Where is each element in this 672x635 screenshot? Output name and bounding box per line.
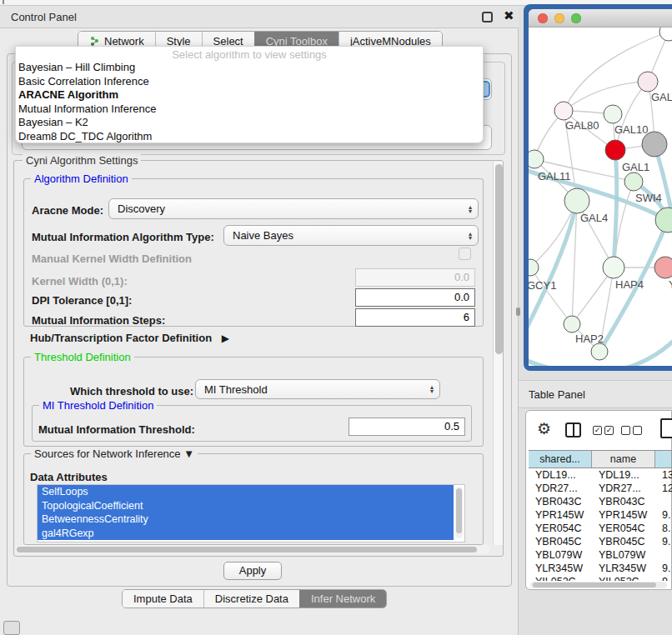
spinner-icon: ▴▾	[469, 232, 472, 240]
network-node[interactable]	[638, 72, 658, 92]
attribute-item-selfloops[interactable]: SelfLoops	[38, 485, 454, 499]
network-node[interactable]	[564, 316, 580, 332]
network-node[interactable]	[655, 208, 672, 232]
algorithm-option-aracne-algorithm[interactable]: ARACNE Algorithm	[16, 88, 483, 102]
table-row[interactable]: YPR145WYPR145W9.	[529, 508, 672, 522]
node-label-y: Y	[669, 278, 672, 291]
table-cell: 9.	[655, 562, 672, 575]
algorithm-dropdown-popup: Select algorithm to view settings Bayesi…	[15, 46, 484, 143]
manual-kernel-checkbox[interactable]	[459, 248, 471, 260]
table-cell: YBR043C	[592, 495, 655, 508]
which-threshold-select[interactable]: MI Threshold ▴▾	[195, 379, 440, 399]
node-label-swi4: SWI4	[635, 192, 662, 204]
node-label-gcy1: GCY1	[529, 279, 556, 292]
network-node[interactable]	[603, 257, 624, 278]
settings-vertical-scrollbar[interactable]	[493, 162, 503, 545]
network-node[interactable]	[605, 140, 625, 160]
hub-definition-label: Hub/Transcription Factor Definition	[30, 332, 212, 344]
network-node[interactable]	[604, 105, 622, 123]
table-row[interactable]: YDR27...YDR27...12	[529, 482, 672, 495]
select-all-icon[interactable]: ✓✓	[593, 426, 614, 435]
network-node[interactable]	[659, 28, 672, 41]
network-node[interactable]	[624, 172, 643, 191]
network-node[interactable]	[529, 150, 544, 168]
document-icon[interactable]	[660, 418, 672, 438]
expander-right-icon[interactable]: ▶	[222, 332, 229, 344]
kernel-width-field[interactable]: 0.0	[355, 268, 475, 287]
tab-discretize-data[interactable]: Discretize Data	[203, 590, 299, 608]
network-canvas[interactable]: GALGAL80GAL10GAL1GAL11SWI4GAL4GCY1HAP4YH…	[529, 28, 672, 366]
table-row[interactable]: YER054CYER054C8.	[529, 522, 672, 535]
algorithm-option-mutual-information-inference[interactable]: Mutual Information Inference	[16, 102, 483, 117]
algorithm-option-dream8-dc-tdc-algorithm[interactable]: Dream8 DC_TDC Algorithm	[16, 130, 483, 144]
attributes-list-scrollbar[interactable]	[455, 487, 463, 538]
mi-steps-field[interactable]: 6	[355, 308, 475, 327]
table-cell: YER054C	[592, 522, 655, 535]
table-row[interactable]: YIL052CYIL052C9	[529, 575, 672, 581]
network-node[interactable]	[529, 259, 539, 276]
attribute-item-betweennesscentrality[interactable]: BetweennessCentrality	[38, 512, 454, 527]
scrollbar-thumb[interactable]	[533, 582, 656, 588]
tab-impute-data[interactable]: Impute Data	[123, 590, 203, 608]
minimize-traffic-light[interactable]	[554, 13, 564, 23]
column-header-name[interactable]: name	[592, 451, 655, 468]
deselect-all-icon[interactable]	[621, 426, 642, 435]
table-row[interactable]: YBL079WYBL079W	[529, 548, 672, 562]
mi-threshold-field[interactable]: 0.5	[349, 418, 465, 436]
network-edge	[564, 82, 648, 111]
close-icon[interactable]: ✖	[504, 8, 514, 23]
kernel-width-label: Kernel Width (0,1):	[32, 275, 128, 288]
mi-type-select[interactable]: Naive Bayes ▴▾	[223, 225, 479, 246]
algorithm-list: Bayesian – Hill ClimbingBasic Correlatio…	[16, 61, 483, 143]
columns-icon[interactable]	[565, 422, 581, 438]
table-cell	[655, 548, 672, 562]
algorithm-option-bayesian-k2[interactable]: Bayesian – K2	[16, 116, 483, 130]
float-panel-icon[interactable]	[482, 12, 493, 22]
data-attributes-list[interactable]: SelfLoopsTopologicalCoefficientBetweenne…	[37, 484, 465, 542]
aracne-mode-select[interactable]: Discovery ▴▾	[108, 198, 479, 219]
scrollbar-thumb[interactable]	[456, 488, 462, 533]
dpi-tolerance-field[interactable]: 0.0	[355, 288, 475, 307]
minimized-panel-icon[interactable]	[3, 621, 20, 635]
settings-horizontal-scrollbar[interactable]	[15, 545, 490, 554]
table-row[interactable]: YDL19...YDL19...13	[529, 468, 672, 482]
panel-divider-handle[interactable]	[516, 308, 520, 316]
table-cell: YLR345W	[529, 562, 592, 575]
column-header-clipped[interactable]	[655, 451, 672, 468]
table-row[interactable]: YBR045CYBR045C9.	[529, 535, 672, 548]
which-threshold-label: Which threshold to use:	[70, 385, 193, 398]
attribute-item-topologicalcoefficient[interactable]: TopologicalCoefficient	[38, 499, 454, 513]
table-cell: 8.	[655, 522, 672, 535]
close-traffic-light[interactable]	[538, 13, 548, 23]
gear-icon[interactable]: ⚙	[537, 419, 551, 438]
network-node[interactable]	[554, 102, 573, 120]
table-row[interactable]: YBR043CYBR043C	[529, 495, 672, 508]
network-window-titlebar[interactable]	[529, 9, 672, 28]
network-node[interactable]	[654, 257, 672, 278]
data-attributes-label: Data Attributes	[30, 471, 108, 483]
tab-infer-network[interactable]: Infer Network	[299, 590, 386, 608]
which-threshold-value: MI Threshold	[204, 383, 268, 396]
table-panel-titlebar: Table Panel	[519, 380, 672, 408]
table-cell: 9	[655, 575, 672, 581]
scrollbar-thumb[interactable]	[17, 547, 477, 552]
algorithm-option-bayesian-hill-climbing[interactable]: Bayesian – Hill Climbing	[16, 61, 483, 75]
network-node[interactable]	[591, 343, 608, 360]
panel-title: Control Panel	[11, 11, 77, 23]
zoom-traffic-light[interactable]	[571, 13, 581, 23]
control-panel-titlebar: Control Panel ✖	[0, 6, 519, 28]
scrollbar-thumb[interactable]	[495, 164, 503, 354]
table-horizontal-scrollbar[interactable]	[530, 582, 667, 588]
settings-group-title: Cyni Algorithm Settings	[23, 154, 141, 167]
mi-type-label: Mutual Information Algorithm Type:	[32, 231, 214, 243]
expander-down-icon[interactable]: ▼	[183, 448, 194, 460]
network-node[interactable]	[564, 188, 589, 213]
attribute-item-gal4rgexp[interactable]: gal4RGexp	[38, 527, 454, 541]
algorithm-option-basic-correlation-inference[interactable]: Basic Correlation Inference	[16, 75, 483, 89]
mi-threshold-label: Mutual Information Threshold:	[38, 423, 195, 436]
column-header-shared[interactable]: shared...	[529, 451, 592, 468]
apply-button[interactable]: Apply	[223, 562, 282, 580]
hub-definition-expander[interactable]: Hub/Transcription Factor Definition ▶	[30, 332, 229, 344]
table-row[interactable]: YLR345WYLR345W9.	[529, 562, 672, 575]
table-cell: 9.	[655, 508, 672, 522]
